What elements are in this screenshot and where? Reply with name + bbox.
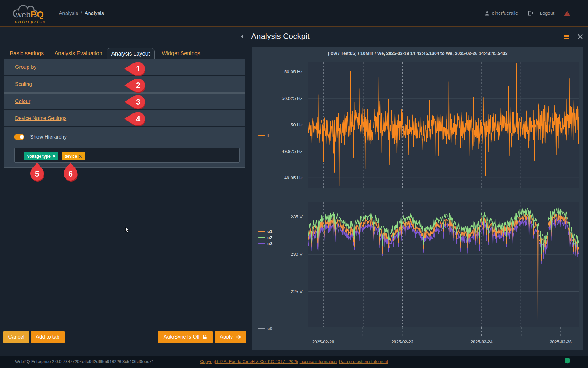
- chart-card: (low / Test05) / 10Min / We, 2025-02-19 …: [252, 47, 583, 350]
- legend-label-u2[interactable]: u2: [267, 236, 272, 240]
- marker-6: 6: [63, 162, 78, 181]
- svg-text:4: 4: [136, 114, 141, 123]
- svg-text:5: 5: [35, 169, 39, 178]
- marker-5: 5: [30, 162, 44, 181]
- y-tick-label: 50.05 Hz: [252, 69, 303, 75]
- chart-title: (low / Test05) / 10Min / We, 2025-02-19 …: [252, 51, 583, 56]
- frequency-chart[interactable]: [308, 62, 579, 188]
- remove-tag-icon[interactable]: [79, 155, 82, 158]
- legend-label-u1[interactable]: u1: [267, 229, 272, 234]
- legend-dash-u0: [258, 328, 265, 329]
- tag-voltage-type[interactable]: voltage type: [24, 152, 58, 160]
- app: webPQ enterprise Analysis/Analysis einer…: [0, 0, 588, 368]
- tab-analysis-evaluation[interactable]: Analysis Evaluation: [55, 48, 102, 59]
- navbar-right: einerfueralle Logout: [485, 9, 570, 18]
- group-by-link[interactable]: Group by: [15, 64, 36, 70]
- autosync-button[interactable]: AutoSync Is Off: [158, 331, 213, 343]
- close-icon[interactable]: [578, 34, 583, 39]
- add-to-tab-button[interactable]: Add to tab: [31, 331, 65, 343]
- svg-text:1: 1: [136, 64, 140, 73]
- x-tick-label: 2025-02-22: [381, 339, 424, 344]
- legend-dash-u1: [258, 231, 265, 232]
- tab-basic-settings[interactable]: Basic settings: [10, 48, 44, 59]
- user-name[interactable]: einerfueralle: [492, 10, 518, 16]
- svg-text:3: 3: [136, 97, 140, 106]
- logo-subtitle: enterprise: [15, 19, 46, 24]
- device-name-settings-link[interactable]: Device Name Settings: [15, 115, 66, 121]
- warning-icon[interactable]: [564, 10, 570, 16]
- x-tick-label: 2025-02-26: [539, 339, 582, 344]
- arrow-right-icon: [236, 335, 241, 339]
- x-axis: [308, 327, 579, 337]
- collapse-panel-icon[interactable]: [241, 35, 243, 38]
- voltage-chart[interactable]: [308, 202, 579, 327]
- x-tick-label: 2025-02-24: [460, 339, 503, 344]
- legend-dash-u3: [258, 243, 265, 244]
- legend-label-u3[interactable]: u3: [267, 242, 272, 246]
- tab-analysis-layout[interactable]: Analysis Layout: [107, 48, 155, 59]
- show-hierarchy-toggle[interactable]: [14, 134, 24, 140]
- tag-device[interactable]: device: [62, 152, 85, 160]
- marker-4: 4: [124, 111, 145, 126]
- y-tick-label: 50 Hz: [252, 122, 303, 128]
- legend-dash-u2: [258, 237, 265, 238]
- lock-icon: [202, 335, 207, 340]
- marker-3: 3: [124, 94, 145, 109]
- copyright-link[interactable]: Copyright © A. Eberle GmbH & Co. KG 2017…: [200, 359, 298, 364]
- footer-links: Copyright © A. Eberle GmbH & Co. KG 2017…: [0, 359, 588, 364]
- breadcrumb-analysis-current: Analysis: [85, 10, 104, 16]
- y-tick-label: 230 V: [252, 251, 303, 257]
- y-tick-label: 49.975 Hz: [252, 148, 303, 155]
- svg-text:6: 6: [68, 169, 73, 178]
- logo[interactable]: webPQ enterprise: [11, 2, 57, 26]
- legend-dash-f: [258, 135, 265, 136]
- colour-link[interactable]: Colour: [15, 98, 30, 105]
- remove-tag-icon[interactable]: [53, 155, 55, 158]
- legend-label-f[interactable]: f: [267, 133, 269, 138]
- cockpit-title: Analysis Cockpit: [251, 32, 310, 41]
- mouse-cursor: [125, 227, 130, 233]
- breadcrumb: Analysis/Analysis: [59, 10, 104, 17]
- license-link[interactable]: License information: [300, 359, 337, 364]
- y-tick-label: 49.95 Hz: [252, 175, 303, 181]
- chat-icon[interactable]: [565, 358, 570, 365]
- x-tick-label: 2025-02-20: [302, 339, 345, 344]
- legend-label-u0[interactable]: u0: [267, 326, 272, 331]
- apply-button[interactable]: Apply: [215, 331, 246, 343]
- marker-1: 1: [124, 61, 145, 76]
- logout-icon[interactable]: [528, 11, 534, 16]
- y-tick-label: 235 V: [252, 214, 303, 220]
- logout-button[interactable]: Logout: [540, 10, 554, 16]
- privacy-link[interactable]: Data protection statement: [339, 359, 388, 364]
- footer: WebPQ Enterprise 2.0.0-73477204e6e962d6f…: [0, 356, 588, 368]
- hierarchy-tags-input[interactable]: voltage type device: [14, 148, 240, 163]
- logo-text: webPQ: [16, 9, 44, 20]
- marker-2: 2: [124, 78, 145, 93]
- y-tick-label: 225 V: [252, 289, 303, 295]
- toggle-knob: [20, 135, 24, 139]
- y-tick-label: 50.025 Hz: [252, 95, 303, 102]
- breadcrumb-analysis[interactable]: Analysis: [59, 10, 78, 16]
- scaling-link[interactable]: Scaling: [15, 81, 32, 87]
- show-hierarchy-label: Show Hierarchy: [30, 134, 67, 140]
- menu-icon[interactable]: [564, 35, 569, 39]
- user-icon: [485, 11, 489, 16]
- cancel-button[interactable]: Cancel: [3, 331, 29, 343]
- svg-text:2: 2: [136, 81, 140, 90]
- tab-widget-settings[interactable]: Widget Settings: [162, 48, 200, 59]
- navbar: webPQ enterprise Analysis/Analysis einer…: [0, 0, 588, 27]
